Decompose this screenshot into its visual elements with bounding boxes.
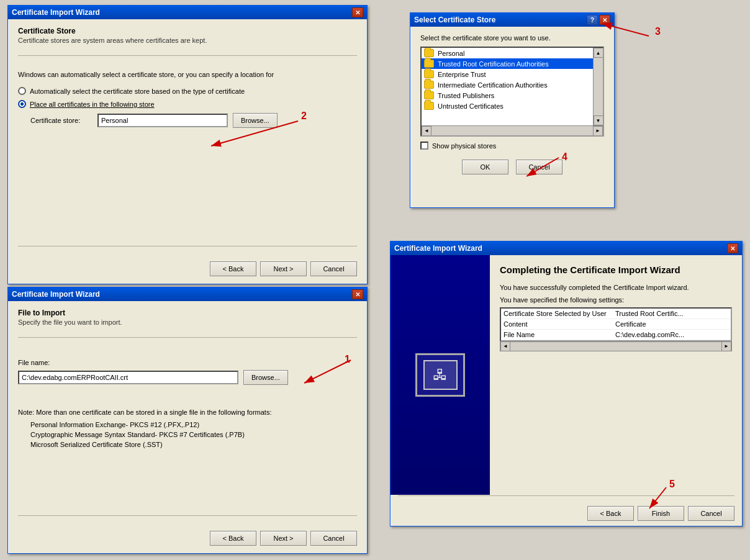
cert-store-section-title: Certificate Store [18, 27, 357, 35]
select-store-scrollbar-v[interactable]: ▲ ▼ [593, 48, 603, 125]
cert-store-btn-row: < Back Next > Cancel [18, 256, 357, 276]
format-item-2: Cryptographic Message Syntax Standard- P… [30, 431, 357, 438]
file-import-format-list: Personal Information Exchange- PKCS #12 … [30, 421, 357, 448]
completing-title-buttons: ✕ [727, 243, 738, 253]
cert-wizard-inner: 🖧 [423, 360, 458, 390]
show-physical-checkbox[interactable] [420, 142, 428, 150]
store-item-intermediate-label: Intermediate Certification Authorities [438, 81, 548, 89]
folder-icon-personal [424, 49, 434, 57]
store-item-enterprise-label: Enterprise Trust [438, 71, 486, 78]
select-store-title-buttons: ? ✕ [587, 15, 610, 25]
file-import-title-buttons: ✕ [352, 289, 363, 299]
completing-heading: Completing the Certificate Import Wizard [500, 264, 732, 276]
cert-store-close-btn[interactable]: ✕ [352, 7, 363, 17]
select-store-close-btn[interactable]: ✕ [599, 15, 610, 25]
store-item-trusted-root[interactable]: Trusted Root Certification Authorities [422, 58, 593, 69]
settings-key-3: File Name [504, 331, 615, 338]
cert-store-field-input[interactable] [97, 114, 228, 127]
file-import-browse-btn[interactable]: Browse... [243, 370, 288, 385]
file-import-next-btn[interactable]: Next > [260, 531, 307, 546]
select-store-title-text: Select Certificate Store [414, 16, 495, 24]
file-import-title-text: Certificate Import Wizard [12, 290, 100, 299]
completing-h-right[interactable]: ► [721, 341, 731, 351]
file-import-content: File to Import Specify the file you want… [8, 301, 367, 553]
cert-store-field-label: Certificate store: [30, 117, 93, 124]
file-import-close-btn[interactable]: ✕ [352, 289, 363, 299]
completing-cancel-btn[interactable]: Cancel [688, 506, 734, 521]
cert-store-field-row: Certificate store: Browse... [30, 113, 357, 128]
select-store-help-btn[interactable]: ? [587, 15, 598, 25]
cert-store-radio2-input[interactable] [18, 100, 26, 108]
cert-store-cancel-btn[interactable]: Cancel [310, 261, 357, 276]
store-item-publishers[interactable]: Trusted Publishers [422, 90, 593, 101]
completing-footer: < Back Finish Cancel [391, 485, 742, 526]
completing-back-btn[interactable]: < Back [587, 506, 634, 521]
completing-title: Certificate Import Wizard [394, 244, 482, 253]
scrollbar-right-btn[interactable]: ► [593, 126, 603, 136]
folder-icon-publishers [424, 91, 434, 99]
store-item-personal[interactable]: Personal [422, 48, 593, 58]
file-import-titlebar: Certificate Import Wizard ✕ [8, 287, 367, 301]
select-store-prompt: Select the certificate store you want to… [420, 34, 604, 42]
cert-store-radio1-input[interactable] [18, 87, 26, 95]
cert-store-radio1[interactable]: Automatically select the certificate sto… [18, 87, 357, 95]
store-item-enterprise[interactable]: Enterprise Trust [422, 69, 593, 79]
file-import-input-row: Browse... [18, 370, 357, 385]
completing-desc2: You have specified the following setting… [500, 296, 732, 304]
file-import-input[interactable] [18, 371, 238, 384]
settings-row-1: Certificate Store Selected by User Trust… [501, 309, 731, 319]
completing-h-left[interactable]: ◄ [500, 341, 510, 351]
cert-store-back-btn[interactable]: < Back [210, 261, 256, 276]
cert-store-body-text: Windows can automatically select a certi… [18, 71, 357, 78]
select-store-ok-btn[interactable]: OK [462, 160, 508, 174]
store-item-intermediate[interactable]: Intermediate Certification Authorities [422, 79, 593, 90]
cert-store-browse-btn[interactable]: Browse... [233, 113, 278, 128]
cert-store-title-text: Certificate Import Wizard [12, 8, 100, 17]
select-store-content: Select the certificate store you want to… [410, 27, 614, 182]
select-store-scroll-area: Personal Trusted Root Certification Auth… [422, 48, 603, 125]
settings-row-3: File Name C:\dev.edabg.comRc... [501, 330, 731, 340]
completing-settings-table: Certificate Store Selected by User Trust… [500, 307, 732, 341]
select-store-scrollbar-h[interactable]: ◄ ► [422, 125, 603, 135]
folder-icon-trusted-root [424, 60, 434, 68]
select-store-cancel-btn[interactable]: Cancel [516, 160, 562, 174]
settings-key-1: Certificate Store Selected by User [504, 310, 615, 317]
cert-store-radio-group: Automatically select the certificate sto… [18, 87, 357, 108]
file-import-cancel-btn[interactable]: Cancel [310, 531, 357, 546]
file-import-back-btn[interactable]: < Back [210, 531, 256, 546]
divider2 [18, 246, 357, 246]
cert-store-radio2[interactable]: Place all certificates in the following … [18, 100, 357, 108]
file-import-section-title: File to Import [18, 309, 357, 317]
completing-titlebar: Certificate Import Wizard ✕ [391, 242, 742, 255]
select-store-listbox[interactable]: Personal Trusted Root Certification Auth… [420, 47, 604, 137]
scrollbar-up-btn[interactable]: ▲ [594, 48, 603, 58]
completing-close-btn[interactable]: ✕ [727, 243, 738, 253]
file-import-window: Certificate Import Wizard ✕ File to Impo… [7, 287, 368, 554]
format-item-1: Personal Information Exchange- PKCS #12 … [30, 421, 357, 428]
completing-finish-btn[interactable]: Finish [638, 506, 684, 521]
scrollbar-left-btn[interactable]: ◄ [422, 126, 431, 136]
store-item-untrusted[interactable]: Untrusted Certificates [422, 101, 593, 111]
store-item-personal-label: Personal [438, 50, 464, 57]
cert-store-titlebar: Certificate Import Wizard ✕ [8, 6, 367, 19]
cert-store-radio2-label: Place all certificates in the following … [30, 101, 155, 108]
file-import-field-row: File name: [18, 359, 357, 366]
store-item-publishers-label: Trusted Publishers [438, 92, 494, 99]
select-store-list: Personal Trusted Root Certification Auth… [422, 48, 593, 125]
completing-wizard-right: Completing the Certificate Import Wizard… [490, 255, 742, 495]
completing-h-scroll[interactable]: ◄ ► [500, 341, 732, 351]
scrollbar-h-track [431, 126, 593, 135]
format-item-3: Microsoft Serialized Certificate Store (… [30, 441, 357, 448]
cert-store-title-buttons: ✕ [352, 7, 363, 17]
show-physical-label: Show physical stores [432, 142, 496, 150]
cert-wizard-icon: 🖧 [415, 353, 465, 397]
file-import-note-text: Note: More than one certificate can be s… [18, 409, 357, 416]
store-item-untrusted-label: Untrusted Certificates [438, 102, 504, 110]
completing-btn-row: < Back Finish Cancel [398, 501, 734, 521]
cert-store-next-btn[interactable]: Next > [260, 261, 307, 276]
scrollbar-down-btn[interactable]: ▼ [594, 115, 603, 125]
store-item-trusted-root-label: Trusted Root Certification Authorities [438, 60, 549, 68]
completing-settings-area: Certificate Store Selected by User Trust… [500, 307, 732, 351]
select-store-title: Select Certificate Store [414, 16, 495, 24]
file-import-note: Note: More than one certificate can be s… [18, 401, 357, 451]
